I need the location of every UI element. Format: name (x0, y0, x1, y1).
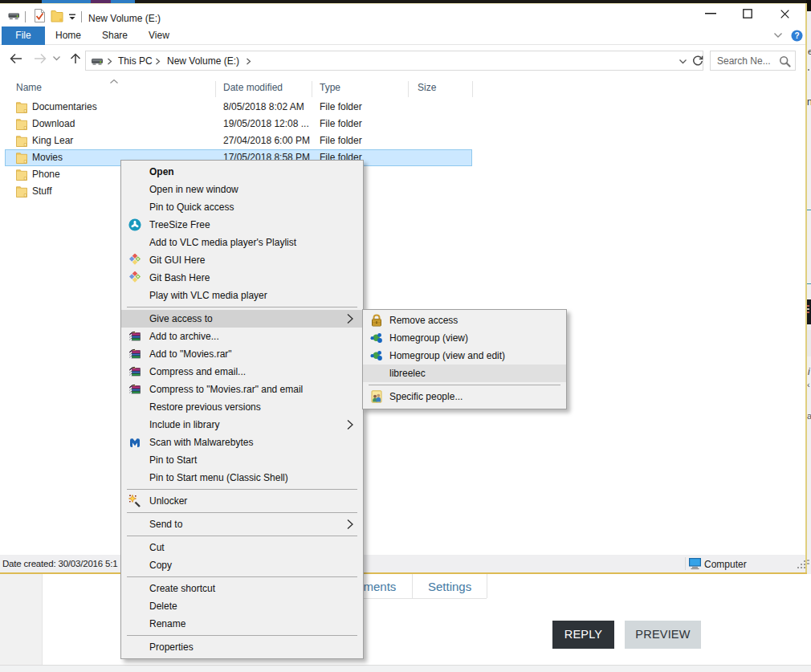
svg-text:?: ? (794, 31, 799, 40)
